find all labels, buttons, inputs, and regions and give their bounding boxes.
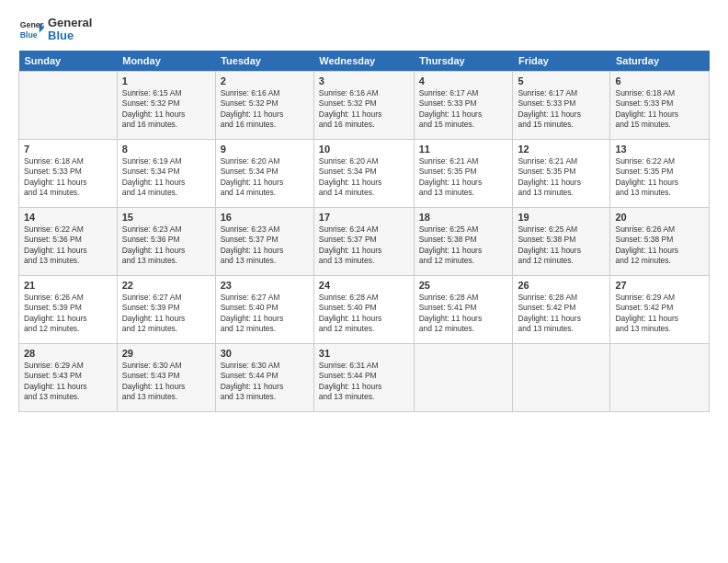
day-cell: 27Sunrise: 6:29 AM Sunset: 5:42 PM Dayli… [610, 275, 710, 343]
day-cell: 8Sunrise: 6:19 AM Sunset: 5:34 PM Daylig… [117, 139, 215, 207]
day-number: 30 [221, 348, 309, 359]
day-number: 12 [518, 144, 605, 155]
day-cell: 19Sunrise: 6:25 AM Sunset: 5:38 PM Dayli… [513, 207, 610, 275]
calendar-table: SundayMondayTuesdayWednesdayThursdayFrid… [18, 51, 710, 412]
day-number: 7 [24, 144, 112, 155]
day-info: Sunrise: 6:25 AM Sunset: 5:38 PM Dayligh… [419, 224, 508, 267]
day-info: Sunrise: 6:17 AM Sunset: 5:33 PM Dayligh… [518, 88, 605, 131]
logo: General Blue GeneralBlue [18, 17, 92, 43]
day-cell: 1Sunrise: 6:15 AM Sunset: 5:32 PM Daylig… [117, 71, 215, 139]
day-cell [414, 343, 513, 411]
day-info: Sunrise: 6:31 AM Sunset: 5:44 PM Dayligh… [319, 361, 409, 403]
day-number: 20 [615, 212, 704, 223]
day-info: Sunrise: 6:16 AM Sunset: 5:32 PM Dayligh… [319, 88, 409, 131]
day-info: Sunrise: 6:21 AM Sunset: 5:35 PM Dayligh… [518, 156, 605, 199]
week-row-3: 14Sunrise: 6:22 AM Sunset: 5:36 PM Dayli… [19, 207, 710, 275]
day-info: Sunrise: 6:27 AM Sunset: 5:40 PM Dayligh… [221, 293, 309, 335]
day-number: 25 [419, 280, 508, 291]
day-info: Sunrise: 6:16 AM Sunset: 5:32 PM Dayligh… [221, 88, 309, 131]
day-number: 11 [419, 144, 508, 155]
day-cell: 4Sunrise: 6:17 AM Sunset: 5:33 PM Daylig… [414, 71, 513, 139]
day-number: 1 [122, 75, 210, 86]
week-row-4: 21Sunrise: 6:26 AM Sunset: 5:39 PM Dayli… [19, 275, 710, 343]
header-row: SundayMondayTuesdayWednesdayThursdayFrid… [19, 51, 710, 72]
day-cell: 31Sunrise: 6:31 AM Sunset: 5:44 PM Dayli… [313, 343, 414, 411]
day-info: Sunrise: 6:24 AM Sunset: 5:37 PM Dayligh… [319, 224, 409, 267]
day-cell: 22Sunrise: 6:27 AM Sunset: 5:39 PM Dayli… [117, 275, 215, 343]
col-header-friday: Friday [513, 51, 610, 72]
day-cell: 3Sunrise: 6:16 AM Sunset: 5:32 PM Daylig… [313, 71, 414, 139]
day-info: Sunrise: 6:23 AM Sunset: 5:37 PM Dayligh… [221, 224, 309, 267]
calendar-page: General Blue GeneralBlue SundayMondayTue… [0, 0, 728, 563]
week-row-5: 28Sunrise: 6:29 AM Sunset: 5:43 PM Dayli… [19, 343, 710, 411]
day-number: 29 [122, 348, 210, 359]
col-header-sunday: Sunday [19, 51, 118, 72]
day-cell [19, 71, 118, 139]
day-number: 19 [518, 212, 605, 223]
day-cell: 2Sunrise: 6:16 AM Sunset: 5:32 PM Daylig… [215, 71, 313, 139]
col-header-tuesday: Tuesday [215, 51, 313, 72]
day-info: Sunrise: 6:20 AM Sunset: 5:34 PM Dayligh… [221, 156, 309, 199]
day-number: 28 [24, 348, 112, 359]
day-cell: 21Sunrise: 6:26 AM Sunset: 5:39 PM Dayli… [19, 275, 118, 343]
day-info: Sunrise: 6:17 AM Sunset: 5:33 PM Dayligh… [419, 88, 508, 131]
logo-text: GeneralBlue [48, 17, 92, 43]
day-info: Sunrise: 6:20 AM Sunset: 5:34 PM Dayligh… [319, 156, 409, 199]
svg-text:Blue: Blue [20, 30, 38, 40]
day-cell: 16Sunrise: 6:23 AM Sunset: 5:37 PM Dayli… [215, 207, 313, 275]
col-header-wednesday: Wednesday [313, 51, 414, 72]
day-number: 6 [615, 75, 704, 86]
day-number: 18 [419, 212, 508, 223]
day-number: 26 [518, 280, 605, 291]
day-info: Sunrise: 6:25 AM Sunset: 5:38 PM Dayligh… [518, 224, 605, 267]
day-cell: 18Sunrise: 6:25 AM Sunset: 5:38 PM Dayli… [414, 207, 513, 275]
day-cell: 30Sunrise: 6:30 AM Sunset: 5:44 PM Dayli… [215, 343, 313, 411]
col-header-monday: Monday [117, 51, 215, 72]
day-cell: 6Sunrise: 6:18 AM Sunset: 5:33 PM Daylig… [610, 71, 710, 139]
day-info: Sunrise: 6:26 AM Sunset: 5:39 PM Dayligh… [24, 293, 112, 335]
day-number: 13 [615, 144, 704, 155]
day-cell: 9Sunrise: 6:20 AM Sunset: 5:34 PM Daylig… [215, 139, 313, 207]
day-number: 5 [518, 75, 605, 86]
day-info: Sunrise: 6:23 AM Sunset: 5:36 PM Dayligh… [122, 224, 210, 267]
day-info: Sunrise: 6:18 AM Sunset: 5:33 PM Dayligh… [615, 88, 704, 131]
day-cell: 10Sunrise: 6:20 AM Sunset: 5:34 PM Dayli… [313, 139, 414, 207]
day-info: Sunrise: 6:28 AM Sunset: 5:42 PM Dayligh… [518, 293, 605, 335]
day-number: 16 [221, 212, 309, 223]
day-info: Sunrise: 6:29 AM Sunset: 5:43 PM Dayligh… [24, 361, 112, 403]
day-cell: 14Sunrise: 6:22 AM Sunset: 5:36 PM Dayli… [19, 207, 118, 275]
day-number: 14 [24, 212, 112, 223]
day-cell: 15Sunrise: 6:23 AM Sunset: 5:36 PM Dayli… [117, 207, 215, 275]
day-number: 4 [419, 75, 508, 86]
day-cell [513, 343, 610, 411]
col-header-thursday: Thursday [414, 51, 513, 72]
day-info: Sunrise: 6:22 AM Sunset: 5:36 PM Dayligh… [24, 224, 112, 267]
day-cell: 7Sunrise: 6:18 AM Sunset: 5:33 PM Daylig… [19, 139, 118, 207]
day-info: Sunrise: 6:30 AM Sunset: 5:44 PM Dayligh… [221, 361, 309, 403]
day-info: Sunrise: 6:15 AM Sunset: 5:32 PM Dayligh… [122, 88, 210, 131]
day-cell: 12Sunrise: 6:21 AM Sunset: 5:35 PM Dayli… [513, 139, 610, 207]
col-header-saturday: Saturday [610, 51, 710, 72]
day-info: Sunrise: 6:19 AM Sunset: 5:34 PM Dayligh… [122, 156, 210, 199]
day-info: Sunrise: 6:26 AM Sunset: 5:38 PM Dayligh… [615, 224, 704, 267]
day-info: Sunrise: 6:27 AM Sunset: 5:39 PM Dayligh… [122, 293, 210, 335]
day-number: 15 [122, 212, 210, 223]
day-cell: 28Sunrise: 6:29 AM Sunset: 5:43 PM Dayli… [19, 343, 118, 411]
day-cell: 24Sunrise: 6:28 AM Sunset: 5:40 PM Dayli… [313, 275, 414, 343]
day-info: Sunrise: 6:22 AM Sunset: 5:35 PM Dayligh… [615, 156, 704, 199]
week-row-2: 7Sunrise: 6:18 AM Sunset: 5:33 PM Daylig… [19, 139, 710, 207]
day-cell: 20Sunrise: 6:26 AM Sunset: 5:38 PM Dayli… [610, 207, 710, 275]
day-cell: 26Sunrise: 6:28 AM Sunset: 5:42 PM Dayli… [513, 275, 610, 343]
day-number: 23 [221, 280, 309, 291]
logo-icon: General Blue [18, 17, 44, 42]
day-cell: 29Sunrise: 6:30 AM Sunset: 5:43 PM Dayli… [117, 343, 215, 411]
day-info: Sunrise: 6:30 AM Sunset: 5:43 PM Dayligh… [122, 361, 210, 403]
day-number: 9 [221, 144, 309, 155]
day-cell: 17Sunrise: 6:24 AM Sunset: 5:37 PM Dayli… [313, 207, 414, 275]
day-number: 8 [122, 144, 210, 155]
day-number: 10 [319, 144, 409, 155]
day-number: 2 [221, 75, 309, 86]
day-number: 17 [319, 212, 409, 223]
day-number: 3 [319, 75, 409, 86]
day-cell [610, 343, 710, 411]
